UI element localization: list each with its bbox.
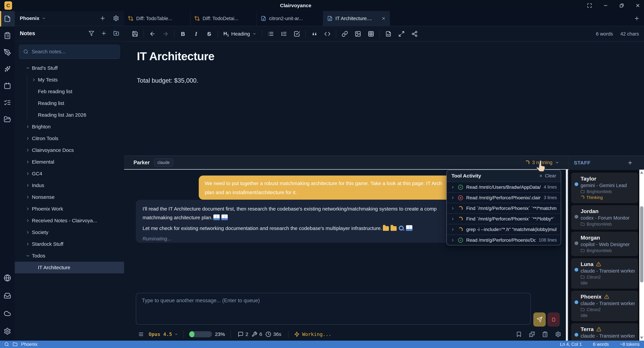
document-tab[interactable]: Diff: TodoDetai... (190, 11, 257, 26)
tool-activity-row[interactable]: Read /mnt/c/Users/Bradw/AppData/R... 4 l… (447, 182, 561, 193)
expand-button[interactable] (398, 31, 405, 37)
rail-folder-icon[interactable] (0, 112, 15, 127)
workspace-settings-button[interactable] (113, 15, 119, 21)
workspace-name[interactable]: Phoenix (20, 15, 40, 21)
minimize-button[interactable] (603, 3, 608, 8)
add-note-button[interactable] (101, 30, 107, 36)
bold-button[interactable]: B (180, 31, 186, 37)
note-tree-item[interactable]: Received Notes - Clairvoya... (15, 215, 124, 227)
tab-close-icon[interactable] (381, 16, 386, 21)
note-tree-item[interactable]: Phoenix Work (15, 203, 124, 215)
note-tree-item[interactable]: Feb reading list (15, 86, 124, 97)
notes-search-input[interactable]: Search notes... (19, 44, 120, 59)
chevron-right-icon[interactable] (451, 238, 455, 242)
staff-card[interactable]: Terra claude - Transient worker: Terra C… (571, 323, 638, 341)
chevron-right-icon[interactable] (451, 206, 455, 210)
document-editor[interactable]: IT Architecture Total budget: $35,000. (124, 42, 644, 156)
chevron-right-icon[interactable] (451, 196, 455, 200)
new-tab-button[interactable] (634, 15, 640, 21)
tool-activity-row[interactable]: grep -i --include="*.h" "matchmak|lobby|… (447, 224, 561, 235)
redo-button[interactable] (162, 31, 169, 37)
numbered-list-button[interactable] (280, 31, 287, 37)
note-tree-item[interactable]: Todos (15, 250, 124, 262)
new-note-button[interactable] (100, 15, 106, 21)
note-tree-item[interactable]: Brad's Stuff (15, 62, 124, 74)
scroll-down-arrow[interactable] (640, 337, 643, 339)
strikethrough-button[interactable]: S (206, 31, 212, 37)
scrollbar-thumb[interactable] (640, 206, 643, 283)
rail-notes-icon[interactable] (0, 11, 15, 26)
note-tree-item[interactable]: IT Architecture (15, 262, 124, 273)
send-button[interactable] (533, 313, 546, 327)
link-button[interactable] (342, 31, 348, 37)
chat-settings-button[interactable] (555, 331, 561, 337)
document-tab[interactable]: IT Architecture.... (323, 11, 390, 26)
restore-button[interactable] (619, 3, 624, 8)
scroll-up-arrow[interactable] (640, 171, 643, 174)
model-selector[interactable]: Opus 4.5 (148, 332, 178, 337)
chevron-down-icon[interactable] (42, 16, 46, 20)
share-button[interactable] (412, 31, 418, 37)
chevron-right-icon[interactable] (451, 185, 455, 189)
note-tree-item[interactable]: Citron Tools (15, 133, 124, 144)
fullscreen-button[interactable] (587, 3, 592, 8)
tool-activity-row[interactable]: Read /mnt/g/Perforce/Phoenix/.clairv... … (447, 193, 561, 203)
rail-calendar-icon[interactable] (0, 78, 15, 93)
note-tree-item[interactable]: Society (15, 227, 124, 238)
clipboard-button[interactable] (542, 331, 548, 337)
close-button[interactable] (635, 3, 640, 8)
tool-activity-row[interactable]: Read /mnt/g/Perforce/Phoenix/Doc... 108 … (447, 235, 561, 245)
save-button[interactable] (132, 31, 138, 37)
note-tree-item[interactable]: My Tests (15, 74, 124, 86)
rail-globe-icon[interactable] (0, 270, 15, 286)
filter-icon[interactable] (88, 30, 94, 36)
note-tree-item[interactable]: Stardock Stuff (15, 238, 124, 250)
new-folder-button[interactable] (113, 30, 119, 36)
heading-dropdown[interactable]: H1 Heading (224, 31, 256, 37)
plugins-button[interactable] (529, 331, 535, 337)
italic-button[interactable]: I (193, 31, 199, 37)
bullet-list-button[interactable] (268, 31, 274, 37)
staff-scrollbar[interactable] (639, 170, 644, 341)
staff-card[interactable]: Phoenix claude - Transient worker: Phoe.… (571, 291, 638, 321)
menu-icon[interactable] (138, 332, 144, 337)
staff-card[interactable]: Jordan codex - Forum Monitor BrightonWeb (571, 205, 638, 230)
chevron-right-icon[interactable] (451, 228, 455, 232)
note-tree-item[interactable]: Brighton (15, 121, 124, 133)
checkbox-button[interactable] (294, 31, 300, 37)
staff-card[interactable]: Morgan copilot - Web Designer BrightonWe… (571, 232, 638, 256)
code-button[interactable] (324, 31, 330, 37)
chat-scrollbar[interactable] (566, 170, 568, 341)
search-icon[interactable] (4, 342, 9, 347)
rail-clipboard-icon[interactable] (0, 28, 15, 43)
note-tree-item[interactable]: Reading list (15, 97, 124, 109)
document-tab[interactable]: citron2-unit-ar... (257, 11, 323, 26)
export-button[interactable] (385, 31, 392, 37)
image-button[interactable] (355, 31, 361, 37)
table-button[interactable] (368, 31, 374, 37)
rail-pen-tool-icon[interactable] (0, 44, 15, 60)
undo-button[interactable] (149, 31, 156, 37)
rail-cloud-icon[interactable] (0, 306, 15, 321)
rail-settings-icon[interactable] (0, 324, 15, 339)
note-tree-item[interactable]: Reading list Jan 2026 (15, 109, 124, 121)
staff-card[interactable]: Luna claude - Transient worker: Luna Cit… (571, 258, 638, 289)
message-input[interactable]: Type to queue another message... (Enter … (136, 293, 531, 325)
rail-tasks-icon[interactable] (0, 95, 15, 110)
document-tab[interactable]: Diff: TodoTable... (124, 11, 190, 26)
tool-activity-row[interactable]: Find `/mnt/g/Perforce/Phoenix` `**/*matc… (447, 203, 561, 214)
blockquote-button[interactable] (311, 31, 318, 37)
note-tree-item[interactable]: Indus (15, 180, 124, 191)
tool-activity-row[interactable]: Find `/mnt/g/Perforce/Phoenix` `**/*lobb… (447, 214, 561, 224)
note-tree-item[interactable]: Nonsense (15, 191, 124, 203)
rail-inbox-icon[interactable] (0, 288, 15, 304)
clear-tools-button[interactable]: Clear (539, 173, 556, 179)
stop-button[interactable] (548, 313, 560, 327)
bookmark-button[interactable] (516, 331, 522, 337)
add-staff-button[interactable] (627, 160, 633, 166)
staff-card[interactable]: Taylor gemini - Gemini Lead BrightonWeb … (571, 173, 638, 203)
note-tree-item[interactable]: Clairvoyance Docs (15, 144, 124, 156)
note-tree-item[interactable]: GC4 (15, 168, 124, 180)
rail-sparkles-icon[interactable] (0, 61, 15, 77)
note-tree-item[interactable]: Elemental (15, 156, 124, 168)
